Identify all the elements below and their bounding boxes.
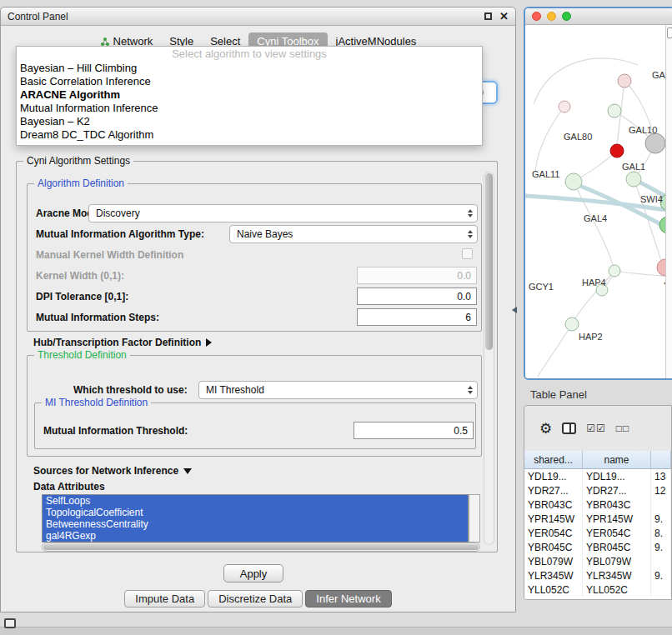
close-traffic-light[interactable] xyxy=(532,12,541,21)
dropdown-item[interactable]: Bayesian – K2 xyxy=(17,115,482,128)
node-label[interactable]: HAP4 xyxy=(582,278,606,288)
column-header[interactable]: name xyxy=(583,451,651,469)
columns-icon[interactable] xyxy=(562,422,576,434)
manual-kernel-label: Manual Kernel Width Definition xyxy=(36,249,183,261)
cell: YER054C xyxy=(524,526,583,540)
close-window-icon[interactable]: ✕ xyxy=(499,11,509,22)
cell: YER054C xyxy=(583,526,651,540)
node-label[interactable]: GAL1 xyxy=(622,162,645,172)
chevron-down-icon xyxy=(183,468,192,474)
panel-toggle-icon[interactable] xyxy=(4,618,16,628)
table-row[interactable]: YER054C YER054C 8. xyxy=(524,526,671,540)
cell: YBL079W xyxy=(583,554,651,568)
cell: YLL052C xyxy=(583,582,651,597)
cell: 12 xyxy=(651,483,671,498)
combobox-value: MI Threshold xyxy=(206,384,264,396)
column-header[interactable]: shared... xyxy=(524,451,583,469)
attributes-horizontal-scrollbar[interactable] xyxy=(42,542,480,552)
aracne-mode-combobox[interactable]: Discovery xyxy=(88,204,478,222)
cell: YLL052C xyxy=(524,582,583,597)
cell: YDR27... xyxy=(524,483,583,498)
table-row[interactable]: YLR345W YLR345W 9. xyxy=(524,568,671,582)
node-label[interactable]: GAL10 xyxy=(629,125,657,135)
tab-infer-network[interactable]: Infer Network xyxy=(305,590,391,608)
minimize-traffic-light[interactable] xyxy=(547,12,556,21)
hub-definition-disclosure[interactable]: Hub/Transcription Factor Definition xyxy=(33,337,212,348)
group-title: Threshold Definition xyxy=(34,349,130,361)
kernel-width-field[interactable]: 0.0 xyxy=(357,267,477,284)
panel-collapse-arrow-icon[interactable] xyxy=(512,307,517,313)
tab-label: Infer Network xyxy=(316,592,380,605)
node-table: shared... name YDL19... YDL19... 13 YDR2… xyxy=(524,451,671,599)
table-row[interactable]: YPR145W YPR145W 9. xyxy=(524,512,671,526)
data-attributes-list[interactable]: SelfLoops TopologicalCoefficient Between… xyxy=(42,494,469,542)
attribute-item-selected[interactable]: SelfLoops xyxy=(43,495,468,507)
field-value: 6 xyxy=(465,312,471,323)
combobox-value: Discovery xyxy=(96,208,140,219)
combobox-arrows-icon xyxy=(468,230,473,238)
dropdown-placeholder: Select algorithm to view settings xyxy=(17,47,482,62)
table-row[interactable]: YBL079W YBL079W xyxy=(524,554,671,568)
tab-impute-data[interactable]: Impute Data xyxy=(124,590,205,608)
select-all-checkboxes-icon[interactable]: ☑☑ xyxy=(586,422,606,434)
restore-window-icon[interactable] xyxy=(484,12,492,20)
network-window-titlebar xyxy=(525,8,672,25)
table-row[interactable]: YDR27... YDR27... 12 xyxy=(524,483,671,498)
scrollbar-thumb[interactable] xyxy=(485,173,493,350)
table-row[interactable]: YBR043C YBR043C xyxy=(524,498,671,512)
node-label[interactable]: SWI4 xyxy=(640,194,663,204)
manual-kernel-checkbox[interactable] xyxy=(462,248,473,259)
control-panel-titlebar: Control Panel ✕ xyxy=(1,8,515,26)
node-label[interactable]: GAL4 xyxy=(584,213,607,223)
dropdown-item[interactable]: Dream8 DC_TDC Algorithm xyxy=(17,128,482,142)
table-header: shared... name xyxy=(524,451,671,469)
mi-threshold-field[interactable]: 0.5 xyxy=(354,422,474,439)
mi-steps-field[interactable]: 6 xyxy=(357,308,477,326)
tab-discretize-data[interactable]: Discretize Data xyxy=(208,590,303,608)
table-row[interactable]: YBR045C YBR045C 9. xyxy=(524,540,671,554)
cell: YLR345W xyxy=(583,568,651,582)
status-bar xyxy=(0,627,672,635)
tab-label: Impute Data xyxy=(135,592,194,605)
algorithm-dropdown-popup: Select algorithm to view settings Bayesi… xyxy=(16,46,483,146)
node-label[interactable]: HAP2 xyxy=(579,332,603,342)
gear-icon[interactable]: ⚙ xyxy=(539,420,552,438)
node-label[interactable]: GCY1 xyxy=(529,282,554,292)
table-row[interactable]: YLL052C YLL052C xyxy=(524,582,671,597)
dropdown-item[interactable]: Bayesian – Hill Climbing xyxy=(17,62,482,75)
node-label[interactable]: GAL80 xyxy=(564,132,592,142)
column-header[interactable] xyxy=(651,451,671,469)
window-title: Control Panel xyxy=(8,11,68,22)
dropdown-item[interactable]: Basic Correlation Inference xyxy=(17,75,482,88)
sources-disclosure[interactable]: Sources for Network Inference xyxy=(33,465,192,477)
settings-scrollbar[interactable] xyxy=(484,172,494,545)
zoom-traffic-light[interactable] xyxy=(562,12,571,21)
network-vertical-scrollbar[interactable] xyxy=(665,25,672,378)
dpi-tolerance-field[interactable]: 0.0 xyxy=(357,288,477,305)
dropdown-item-selected[interactable]: ARACNE Algorithm xyxy=(17,88,482,102)
cell xyxy=(651,498,671,512)
attribute-item-selected[interactable]: BetweennessCentrality xyxy=(43,518,468,530)
attribute-item-selected[interactable]: TopologicalCoefficient xyxy=(43,507,468,518)
table-row[interactable]: YDL19... YDL19... 13 xyxy=(524,469,671,483)
cell: 8. xyxy=(651,526,671,540)
field-value: 0.5 xyxy=(454,425,468,437)
cell: 9. xyxy=(651,568,671,582)
attribute-item-selected[interactable]: gal4RGexp xyxy=(43,530,468,542)
which-threshold-label: Which threshold to use: xyxy=(73,384,188,396)
attributes-vertical-scrollbar[interactable] xyxy=(469,494,480,542)
network-canvas[interactable]: GAL80 GAL10 GAL11 GAL1 SWI4 GAL4 GCY1 HA… xyxy=(525,25,672,380)
cell: YBL079W xyxy=(524,554,583,568)
cell: 13 xyxy=(651,469,671,483)
apply-button-label: Apply xyxy=(240,568,268,580)
dropdown-item[interactable]: Mutual Information Inference xyxy=(17,102,482,115)
threshold-combobox[interactable]: MI Threshold xyxy=(198,381,478,399)
scrollbar-thumb[interactable] xyxy=(43,544,479,550)
node-label[interactable]: GAL11 xyxy=(532,169,559,179)
deselect-all-checkboxes-icon[interactable]: □□ xyxy=(616,422,630,434)
mi-type-combobox[interactable]: Naive Bayes xyxy=(229,225,478,243)
scrollbar-thumb[interactable] xyxy=(667,28,672,38)
cell xyxy=(651,554,671,568)
table-panel-window: ⚙ ☑☑ □□ shared... name YDL19... YDL19...… xyxy=(524,405,672,600)
apply-button[interactable]: Apply xyxy=(223,564,283,582)
